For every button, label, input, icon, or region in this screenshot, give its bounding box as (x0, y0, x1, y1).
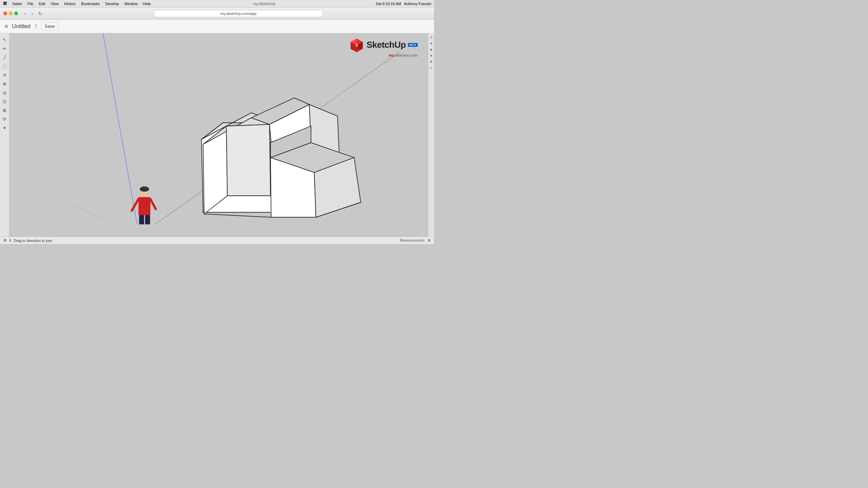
status-bar: ⚙ ℹ Drag in direction to pan Measurement… (0, 237, 434, 244)
traffic-lights (3, 12, 18, 15)
close-button[interactable] (3, 12, 7, 15)
materials-button[interactable]: ⊗ (429, 53, 434, 58)
apple-logo: ⌘ (3, 1, 7, 6)
status-info-icon[interactable]: ℹ (9, 238, 11, 243)
back-button[interactable]: ‹ (23, 10, 28, 17)
canvas-area[interactable]: S SketchUp BETA my.sketchup.com (9, 33, 428, 237)
paint-tool[interactable]: ⊡ (1, 98, 8, 105)
svg-rect-12 (145, 215, 150, 224)
menu-file[interactable]: File (25, 1, 36, 6)
logo-my: my. (389, 53, 395, 57)
svg-rect-11 (139, 215, 144, 224)
menu-safari[interactable]: Safari (10, 1, 24, 6)
menubar-user: Anthony Frausto (404, 2, 431, 6)
safari-toolbar: ‹ › ↻ my.sketchup.com/app (0, 7, 434, 20)
svg-rect-8 (138, 197, 150, 215)
logo-subtitle: my.sketchup.com (389, 53, 418, 57)
svg-text:S: S (356, 44, 358, 47)
tab-label: my.SketchUp (153, 2, 376, 6)
logo-url: sketchup.com (395, 53, 418, 57)
logo-name: SketchUp (367, 40, 406, 50)
menu-bookmarks[interactable]: Bookmarks (79, 1, 102, 6)
eraser-tool[interactable]: ⟳ (1, 115, 8, 123)
status-gear-icon: ⚙ (3, 238, 7, 243)
menu-help[interactable]: Help (141, 1, 153, 6)
layers-button[interactable]: ⊞ (429, 59, 434, 64)
url-text: my.sketchup.com/app (220, 12, 256, 16)
minimize-button[interactable] (9, 12, 13, 15)
menu-edit[interactable]: Edit (36, 1, 47, 6)
measurements-label: Measurements (400, 238, 425, 242)
pencil-tool[interactable]: ✏ (1, 45, 8, 52)
menu-develop[interactable]: Develop (103, 1, 121, 6)
beta-badge: BETA (408, 43, 418, 47)
main-layout: ↖ ✏ ╱ ⬚ ↺ ⊕ ◎ ⊡ ⊞ ⟳ ✦ (0, 33, 434, 237)
menu-history[interactable]: History (62, 1, 78, 6)
sketchup-logo: S SketchUp BETA my.sketchup.com (349, 37, 418, 57)
share-button[interactable]: ⤴ (33, 22, 38, 30)
menu-button[interactable]: ≡ (3, 22, 9, 31)
components-button[interactable]: ◈ (429, 47, 434, 52)
scenes-button[interactable]: ⊕ (429, 41, 434, 46)
left-toolbar: ↖ ✏ ╱ ⬚ ↺ ⊕ ◎ ⊡ ⊞ ⟳ ✦ (0, 33, 9, 237)
orbit-tool[interactable]: ◎ (1, 89, 8, 96)
logo-icon: S (349, 37, 364, 53)
menu-view[interactable]: View (48, 1, 61, 6)
menu-window[interactable]: Window (122, 1, 140, 6)
svg-point-15 (140, 186, 149, 192)
svg-marker-21 (226, 124, 271, 196)
component-tool[interactable]: ✦ (1, 124, 8, 131)
forward-button[interactable]: › (30, 10, 35, 17)
measurements-icon[interactable]: ⊞ (428, 238, 431, 242)
rotate-tool[interactable]: ↺ (1, 71, 8, 79)
app-toolbar: ≡ Untitled ⤴ Save (0, 20, 434, 33)
save-button[interactable]: Save (41, 22, 59, 30)
menubar: ⌘ Safari File Edit View History Bookmark… (0, 0, 434, 7)
styles-button[interactable]: ⊙ (429, 35, 434, 40)
right-panel: ⊙ ⊕ ◈ ⊗ ⊞ ∞ (428, 33, 434, 237)
menubar-time: Sat 8:10:16 AM (376, 2, 401, 6)
select-tool[interactable]: ↖ (1, 36, 8, 43)
viewport-svg (19, 33, 422, 224)
refresh-button[interactable]: ↻ (37, 10, 44, 17)
rectangle-tool[interactable]: ⬚ (1, 62, 8, 70)
extensions-button[interactable]: ∞ (429, 65, 434, 70)
address-bar[interactable]: my.sketchup.com/app (154, 10, 323, 17)
maximize-button[interactable] (14, 12, 18, 15)
document-title: Untitled (12, 23, 30, 29)
push-pull-tool[interactable]: ⊕ (1, 80, 8, 87)
measure-tool[interactable]: ⊞ (1, 106, 8, 114)
line-tool[interactable]: ╱ (1, 54, 8, 61)
status-message: Drag in direction to pan (14, 239, 52, 243)
